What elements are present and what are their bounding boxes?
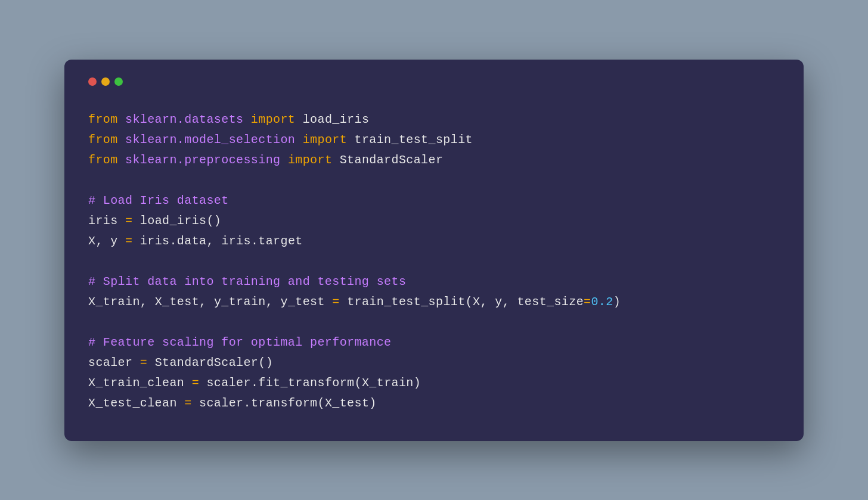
code-line-2: X, y = iris.data, iris.target [88,231,780,251]
close-button[interactable] [88,77,97,86]
code-line-import1: from sklearn.datasets import load_iris [88,110,780,130]
code-line-6: X_test_clean = scaler.transform(X_test) [88,393,780,414]
blank-line-1 [88,170,780,191]
code-line-5: X_train_clean = scaler.fit_transform(X_t… [88,373,780,393]
code-line-3: X_train, X_test, y_train, y_test = train… [88,292,780,312]
code-line-import2: from sklearn.model_selection import trai… [88,130,780,150]
code-line-comment2: # Split data into training and testing s… [88,272,780,292]
code-line-comment3: # Feature scaling for optimal performanc… [88,333,780,353]
code-line-1: iris = load_iris() [88,211,780,231]
title-bar [88,77,780,86]
code-line-comment1: # Load Iris dataset [88,191,780,211]
code-window: from sklearn.datasets import load_iris f… [64,60,804,441]
code-line-4: scaler = StandardScaler() [88,353,780,373]
code-editor: from sklearn.datasets import load_iris f… [88,110,780,414]
blank-line-2 [88,251,780,272]
code-line-import3: from sklearn.preprocessing import Standa… [88,150,780,170]
minimize-button[interactable] [101,77,110,86]
blank-line-3 [88,312,780,333]
maximize-button[interactable] [114,77,123,86]
